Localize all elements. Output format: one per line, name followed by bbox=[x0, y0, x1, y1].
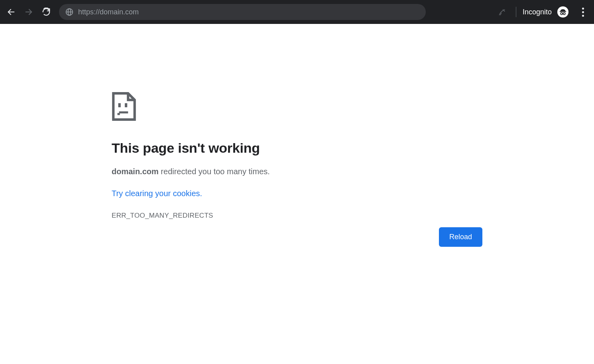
error-message-suffix: redirected you too many times. bbox=[159, 167, 270, 176]
svg-rect-12 bbox=[118, 113, 120, 115]
forward-button[interactable] bbox=[22, 5, 36, 19]
reload-nav-button[interactable] bbox=[39, 5, 53, 19]
dot-icon bbox=[582, 8, 584, 10]
svg-rect-9 bbox=[118, 103, 121, 107]
error-title: This page isn't working bbox=[112, 140, 482, 156]
reload-button[interactable]: Reload bbox=[439, 227, 482, 247]
error-domain: domain.com bbox=[112, 167, 159, 176]
toolbar-separator bbox=[516, 7, 516, 17]
browser-toolbar: https://domain.com Incognito bbox=[0, 0, 594, 24]
incognito-badge[interactable] bbox=[557, 6, 568, 18]
quill-icon bbox=[498, 8, 506, 16]
dot-icon bbox=[582, 11, 584, 13]
error-interstitial: This page isn't working domain.com redir… bbox=[112, 24, 482, 220]
sad-file-icon bbox=[112, 92, 136, 121]
svg-rect-10 bbox=[125, 103, 127, 107]
error-message: domain.com redirected you too many times… bbox=[112, 167, 482, 176]
dot-icon bbox=[582, 15, 584, 17]
page-body: This page isn't working domain.com redir… bbox=[0, 24, 594, 220]
arrow-left-icon bbox=[7, 8, 16, 16]
incognito-label: Incognito bbox=[523, 8, 552, 16]
svg-point-7 bbox=[563, 13, 565, 15]
svg-point-6 bbox=[561, 13, 563, 15]
incognito-icon bbox=[559, 8, 567, 16]
reload-icon bbox=[42, 8, 51, 16]
svg-rect-5 bbox=[560, 11, 566, 12]
arrow-right-icon bbox=[24, 8, 33, 16]
url-text: https://domain.com bbox=[78, 8, 139, 16]
clear-cookies-link[interactable]: Try clearing your cookies. bbox=[112, 189, 202, 198]
svg-rect-11 bbox=[119, 111, 128, 113]
back-button[interactable] bbox=[4, 5, 18, 19]
error-code: ERR_TOO_MANY_REDIRECTS bbox=[112, 212, 482, 220]
browser-menu-button[interactable] bbox=[576, 5, 590, 19]
globe-icon bbox=[65, 8, 73, 16]
extensions-button[interactable] bbox=[495, 5, 509, 19]
address-bar[interactable]: https://domain.com bbox=[59, 4, 426, 20]
